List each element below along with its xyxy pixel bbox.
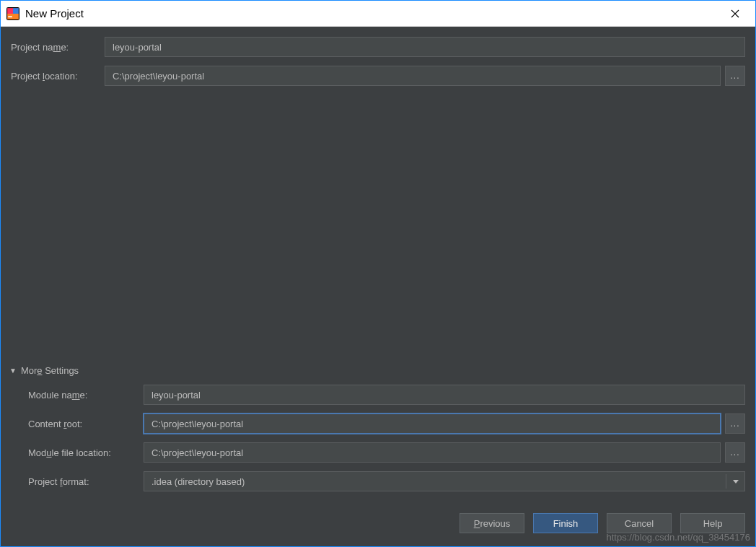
more-settings-label: More Settings	[21, 365, 79, 376]
project-location-browse-button[interactable]: ...	[725, 66, 745, 86]
finish-button[interactable]: Finish	[533, 513, 598, 533]
titlebar: New Project	[1, 1, 755, 27]
module-file-location-row: Module file location: ...	[28, 442, 745, 463]
module-file-location-input[interactable]	[144, 442, 721, 463]
module-file-location-browse-button[interactable]: ...	[725, 442, 745, 463]
spacer	[11, 95, 745, 365]
chevron-down-icon	[726, 474, 740, 489]
cancel-button[interactable]: Cancel	[607, 513, 672, 533]
more-settings-toggle[interactable]: ▼ More Settings	[9, 365, 745, 376]
module-name-row: Module name:	[28, 385, 745, 405]
close-button[interactable]	[721, 1, 750, 27]
dialog-content: Project name: Project location: ... ▼ Mo…	[1, 27, 755, 546]
project-format-value: .idea (directory based)	[151, 476, 726, 487]
button-row: Previous Finish Cancel Help	[11, 500, 745, 546]
help-button[interactable]: Help	[680, 513, 745, 533]
chevron-down-icon: ▼	[9, 367, 17, 375]
more-settings-body: Module name: Content root: ... Module fi…	[11, 385, 745, 500]
intellij-icon	[6, 7, 19, 20]
project-location-row: Project location: ...	[11, 66, 745, 86]
content-root-input[interactable]	[144, 413, 721, 434]
new-project-window: New Project Project name: Project locati…	[0, 0, 756, 547]
close-icon	[731, 9, 739, 18]
project-format-label: Project format:	[28, 476, 144, 487]
module-name-input[interactable]	[144, 385, 745, 405]
project-name-row: Project name:	[11, 37, 745, 57]
project-format-select[interactable]: .idea (directory based)	[144, 471, 745, 491]
window-title: New Project	[25, 7, 721, 19]
project-location-label: Project location:	[11, 71, 105, 82]
module-file-location-label: Module file location:	[28, 447, 144, 458]
content-root-browse-button[interactable]: ...	[725, 413, 745, 434]
project-name-input[interactable]	[105, 37, 745, 57]
content-root-row: Content root: ...	[28, 413, 745, 434]
project-name-label: Project name:	[11, 42, 105, 53]
module-name-label: Module name:	[28, 390, 144, 401]
project-format-row: Project format: .idea (directory based)	[28, 471, 745, 491]
svg-rect-1	[7, 8, 13, 14]
previous-button[interactable]: Previous	[460, 513, 524, 533]
project-location-input[interactable]	[105, 66, 721, 86]
svg-rect-2	[13, 8, 19, 14]
content-root-label: Content root:	[28, 419, 144, 429]
svg-rect-4	[8, 16, 12, 17]
